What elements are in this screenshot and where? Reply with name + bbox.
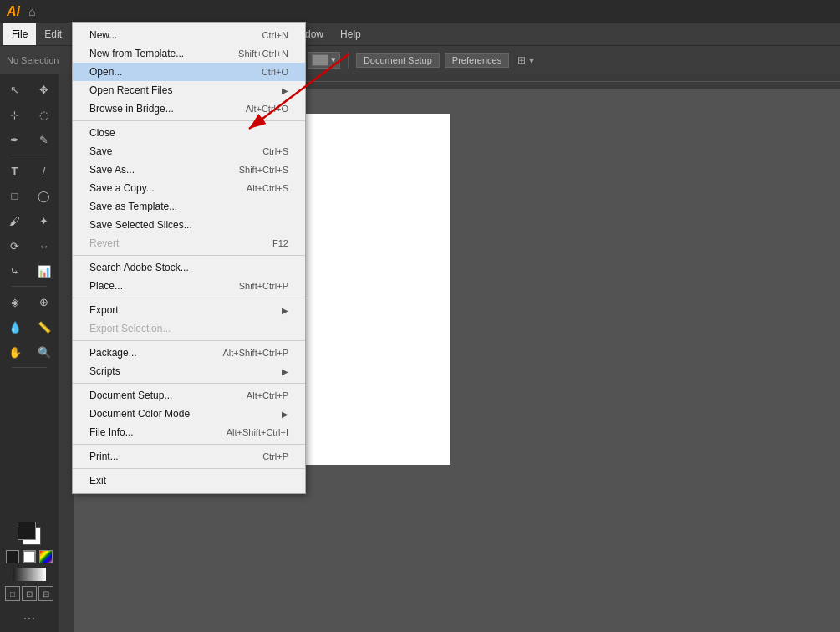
- sep-2: [73, 255, 305, 256]
- fill-swatch[interactable]: [6, 550, 19, 563]
- menu-exit[interactable]: Exit: [73, 471, 305, 490]
- menu-print[interactable]: Print... Ctrl+P: [73, 447, 305, 466]
- draw-inside-btn[interactable]: ⊡: [22, 586, 37, 601]
- rotate-tool[interactable]: ⟳: [0, 233, 29, 258]
- tool-row-8: ⤷ 📊: [0, 258, 59, 283]
- gradient-swatch[interactable]: [13, 568, 46, 581]
- style-preview: [312, 54, 328, 66]
- sep-6: [73, 444, 305, 445]
- menu-place[interactable]: Place... Shift+Ctrl+P: [73, 277, 305, 295]
- gradient-tool[interactable]: ◈: [0, 289, 29, 314]
- menu-save-as[interactable]: Save As... Shift+Ctrl+S: [73, 161, 305, 179]
- tool-row-6: 🖌 ✦: [0, 208, 59, 233]
- rect-tool[interactable]: □: [0, 183, 29, 208]
- menu-save[interactable]: Save Ctrl+S: [73, 142, 305, 161]
- file-menu-dropdown: New... Ctrl+N New from Template... Shift…: [72, 22, 306, 494]
- pen-tool[interactable]: ✒: [0, 127, 29, 152]
- foreground-color-swatch[interactable]: [18, 522, 36, 540]
- menu-search-stock[interactable]: Search Adobe Stock...: [73, 258, 305, 277]
- magic-wand-tool[interactable]: ⊹: [0, 102, 29, 127]
- menu-scripts[interactable]: Scripts ▶: [73, 362, 305, 380]
- blob-tool[interactable]: ✦: [29, 208, 59, 233]
- home-icon[interactable]: ⌂: [28, 5, 35, 18]
- warp-tool[interactable]: ⤷: [0, 258, 29, 283]
- tool-row-1: ↖ ✥: [0, 77, 59, 102]
- menu-new[interactable]: New... Ctrl+N: [73, 26, 305, 44]
- document-setup-button[interactable]: Document Setup: [356, 53, 440, 68]
- draw-outside-btn[interactable]: ⊟: [38, 586, 53, 601]
- sep-5: [73, 383, 305, 384]
- no-selection-label: No Selection: [7, 55, 59, 65]
- tool-row-9: ◈ ⊕: [0, 289, 59, 314]
- title-bar: Ai ⌂: [0, 0, 840, 23]
- left-toolbar: ↖ ✥ ⊹ ◌ ✒ ✎ T / □ ◯ 🖌 ✦ ⟳ ↔ ⤷ 📊: [0, 74, 59, 632]
- scale-tool[interactable]: ↔: [29, 233, 59, 258]
- style-dropdown[interactable]: ▾: [308, 52, 340, 69]
- stroke-swatch[interactable]: [23, 550, 36, 563]
- menu-color-mode[interactable]: Document Color Mode ▶: [73, 405, 305, 423]
- mesh-tool[interactable]: ⊕: [29, 289, 59, 314]
- menu-save-copy[interactable]: Save a Copy... Alt+Ctrl+S: [73, 179, 305, 197]
- tool-divider-1: [12, 155, 47, 155]
- menu-help[interactable]: Help: [332, 23, 369, 45]
- draw-normal-btn[interactable]: □: [5, 586, 20, 601]
- direct-select-tool[interactable]: ✥: [29, 77, 59, 102]
- menu-browse-bridge[interactable]: Browse in Bridge... Alt+Ctrl+O: [73, 99, 305, 118]
- sep-7: [73, 468, 305, 469]
- type-tool[interactable]: T: [0, 158, 29, 183]
- menu-save-slices[interactable]: Save Selected Slices...: [73, 216, 305, 234]
- sep-1: [73, 120, 305, 121]
- menu-document-setup[interactable]: Document Setup... Alt+Ctrl+P: [73, 386, 305, 405]
- pencil-tool[interactable]: ✎: [29, 127, 59, 152]
- ai-logo: Ai: [7, 4, 20, 19]
- tool-divider-3: [12, 367, 47, 368]
- menu-export-selection: Export Selection...: [73, 319, 305, 338]
- menu-save-template[interactable]: Save as Template...: [73, 197, 305, 216]
- menu-edit[interactable]: Edit: [36, 23, 70, 45]
- none-swatch[interactable]: [39, 550, 53, 563]
- preferences-button[interactable]: Preferences: [445, 53, 509, 68]
- menu-file-info[interactable]: File Info... Alt+Shift+Ctrl+I: [73, 423, 305, 441]
- zoom-tool[interactable]: 🔍: [29, 339, 59, 364]
- color-swatches[interactable]: [18, 522, 41, 545]
- paintbrush-tool[interactable]: 🖌: [0, 208, 29, 233]
- menu-file[interactable]: File: [3, 23, 36, 45]
- line-tool[interactable]: /: [29, 158, 59, 183]
- select-tool[interactable]: ↖: [0, 77, 29, 102]
- tool-row-2: ⊹ ◌: [0, 102, 59, 127]
- hand-tool[interactable]: ✋: [0, 339, 29, 364]
- menu-package[interactable]: Package... Alt+Shift+Ctrl+P: [73, 344, 305, 362]
- style-arrow: ▾: [331, 54, 336, 65]
- lasso-tool[interactable]: ◌: [29, 102, 59, 127]
- color-area: □ ⊡ ⊟: [2, 518, 57, 604]
- eyedropper-tool[interactable]: 💧: [0, 314, 29, 339]
- ellipse-tool[interactable]: ◯: [29, 183, 59, 208]
- menu-new-from-template[interactable]: New from Template... Shift+Ctrl+N: [73, 44, 305, 63]
- sep-4: [73, 340, 305, 341]
- view-icons: □ ⊡ ⊟: [5, 586, 53, 601]
- arrange-icon[interactable]: ⊞ ▾: [517, 54, 533, 66]
- menu-revert: Revert F12: [73, 234, 305, 252]
- color-mode-row: [6, 550, 53, 563]
- tool-row-4: T /: [0, 158, 59, 183]
- tool-row-3: ✒ ✎: [0, 127, 59, 152]
- tool-row-5: □ ◯: [0, 183, 59, 208]
- tool-row-7: ⟳ ↔: [0, 233, 59, 258]
- tool-row-11: ✋ 🔍: [0, 339, 59, 364]
- menu-open-recent[interactable]: Open Recent Files ▶: [73, 81, 305, 99]
- tool-row-10: 💧 📏: [0, 314, 59, 339]
- menu-open[interactable]: Open... Ctrl+O: [73, 63, 305, 81]
- measure-tool[interactable]: 📏: [29, 314, 59, 339]
- toolbar-sep-4: [348, 52, 349, 69]
- menu-close[interactable]: Close: [73, 124, 305, 142]
- menu-export[interactable]: Export ▶: [73, 301, 305, 319]
- graph-tool[interactable]: 📊: [29, 258, 59, 283]
- sep-3: [73, 298, 305, 298]
- tool-divider-2: [12, 286, 47, 287]
- bottom-dots: ···: [23, 604, 35, 632]
